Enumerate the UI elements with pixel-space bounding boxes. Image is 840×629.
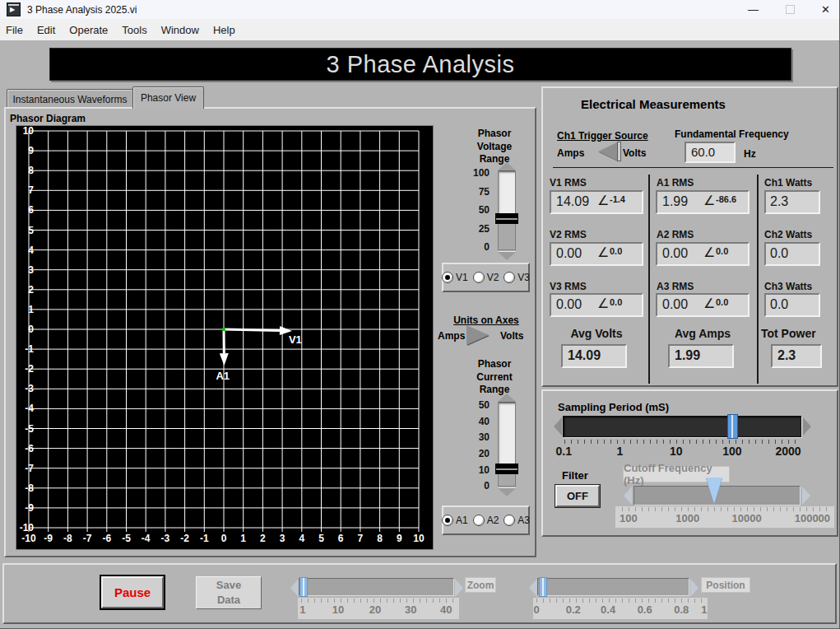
trigger-switch-bar	[617, 142, 621, 161]
cutoff-increment-arrow-icon[interactable]	[802, 487, 810, 505]
sampling-ticks	[564, 440, 801, 444]
voltage-slider-thumb[interactable]	[495, 213, 518, 224]
zoom-slider-thumb[interactable]	[299, 577, 308, 597]
avg-amps-value: 1.99	[675, 348, 700, 363]
column-divider-1	[648, 175, 650, 384]
position-scale-2: 0.4	[601, 603, 615, 616]
pause-button[interactable]: Pause	[101, 576, 164, 608]
tab-instantaneous-waveforms[interactable]: Instantaneous Waveforms	[7, 89, 133, 109]
v3-rms-angle: 0.0	[610, 297, 622, 307]
svg-text:0: 0	[221, 533, 227, 544]
frequency-unit-label: Hz	[744, 148, 756, 160]
sampling-slider-thumb[interactable]	[727, 414, 738, 439]
sampling-scale-4: 2000	[776, 445, 801, 458]
cutoff-slider-thumb[interactable]	[706, 478, 722, 504]
sampling-period-slider[interactable]	[563, 416, 801, 437]
svg-text:9: 9	[28, 145, 34, 156]
sampling-decrement-arrow-icon[interactable]	[554, 417, 562, 436]
v3-rms-display: 0.00 ∠ 0.0	[550, 293, 643, 317]
v1-rms-display: 14.09 ∠ -1.4	[550, 190, 643, 214]
menu-operate[interactable]: Operate	[67, 22, 109, 38]
voltage-scale-50: 50	[465, 204, 490, 216]
voltage-scale-75: 75	[465, 186, 490, 198]
menu-tools[interactable]: Tools	[120, 22, 148, 38]
zoom-scale-2: 20	[369, 603, 381, 616]
svg-text:-1: -1	[25, 343, 34, 355]
v2-rms-angle: 0.0	[610, 246, 622, 256]
radio-a3[interactable]: A3	[504, 515, 530, 526]
a3-rms-display: 0.00 ∠ 0.0	[656, 293, 750, 317]
radio-v1[interactable]: V1	[442, 272, 468, 283]
save-data-button[interactable]: Save Data	[196, 576, 262, 609]
angle-icon: ∠	[597, 245, 609, 260]
svg-text:-4: -4	[142, 533, 151, 544]
position-slider-thumb[interactable]	[539, 577, 547, 597]
ch1-watts-label: Ch1 Watts	[764, 177, 812, 189]
svg-text:-6: -6	[102, 533, 111, 544]
svg-text:4: 4	[28, 245, 34, 256]
cutoff-decrement-arrow-icon[interactable]	[624, 487, 632, 505]
measurements-divider	[553, 167, 833, 168]
a3-rms-value: 0.00	[662, 297, 688, 312]
zoom-scale-3: 30	[405, 603, 416, 616]
maximize-button[interactable]	[772, 0, 809, 19]
radio-a2[interactable]: A2	[473, 515, 499, 526]
position-scale-3: 0.6	[638, 603, 652, 616]
ch2-watts-display: 0.0	[764, 242, 820, 266]
radio-v2[interactable]: V2	[473, 272, 499, 283]
units-switch[interactable]	[466, 325, 489, 345]
tab-phasor-view[interactable]: Phasor View	[132, 86, 204, 109]
menu-help[interactable]: Help	[211, 22, 237, 38]
menu-edit[interactable]: Edit	[35, 22, 57, 38]
v1-rms-value: 14.09	[556, 194, 589, 209]
svg-text:-2: -2	[25, 363, 34, 375]
ch2-watts-label: Ch2 Watts	[764, 229, 812, 240]
maximize-icon	[786, 5, 795, 14]
position-decrement-arrow-icon[interactable]	[529, 579, 537, 597]
menu-window[interactable]: Window	[160, 22, 201, 38]
radio-v3[interactable]: V3	[504, 272, 530, 283]
ch3-watts-value: 0.0	[770, 297, 788, 312]
current-scale-20: 20	[465, 448, 490, 459]
labview-app-icon	[7, 2, 21, 16]
svg-text:9: 9	[397, 533, 402, 544]
zoom-slider[interactable]	[299, 578, 454, 596]
radio-v2-label: V2	[487, 272, 499, 283]
sampling-increment-arrow-icon[interactable]	[803, 417, 811, 436]
current-decrement-arrow-icon[interactable]	[498, 488, 516, 496]
voltage-range-label: Phasor Voltage Range	[465, 128, 524, 166]
current-increment-arrow-icon[interactable]	[498, 394, 516, 402]
avg-volts-display: 14.09	[561, 344, 627, 368]
filter-off-button[interactable]: OFF	[555, 485, 600, 507]
close-button[interactable]: ✕	[807, 0, 840, 19]
cutoff-ticks	[622, 507, 828, 511]
minimize-button[interactable]: —	[735, 0, 772, 19]
position-slider[interactable]	[537, 578, 689, 596]
radio-v1-dot	[442, 272, 453, 283]
position-scale-0: 0	[534, 603, 540, 616]
svg-text:6: 6	[28, 204, 34, 216]
voltage-range-slider[interactable]	[498, 171, 516, 250]
ch2-watts-value: 0.0	[770, 246, 788, 261]
radio-v3-dot	[504, 272, 515, 283]
phasor-diagram-label: Phasor Diagram	[10, 113, 86, 124]
tot-power-display: 2.3	[771, 344, 822, 368]
voltage-decrement-arrow-icon[interactable]	[498, 252, 516, 260]
radio-v1-label: V1	[456, 272, 468, 283]
voltage-increment-arrow-icon[interactable]	[498, 162, 516, 170]
radio-v2-dot	[473, 272, 485, 283]
current-range-slider[interactable]	[498, 403, 516, 487]
menu-file[interactable]: File	[4, 22, 25, 38]
position-increment-arrow-icon[interactable]	[690, 579, 698, 597]
units-volts-label: Volts	[500, 330, 523, 342]
radio-a1[interactable]: A1	[442, 515, 468, 526]
svg-text:-7: -7	[83, 533, 92, 544]
zoom-decrement-arrow-icon[interactable]	[290, 579, 299, 597]
svg-text:5: 5	[28, 225, 34, 236]
current-range-label: Phasor Current Range	[465, 358, 524, 397]
trigger-switch[interactable]	[598, 142, 621, 161]
current-slider-thumb[interactable]	[495, 464, 518, 474]
zoom-increment-arrow-icon[interactable]	[455, 579, 463, 597]
v3-rms-label: V3 RMS	[550, 281, 587, 292]
a3-rms-label: A3 RMS	[657, 281, 694, 292]
